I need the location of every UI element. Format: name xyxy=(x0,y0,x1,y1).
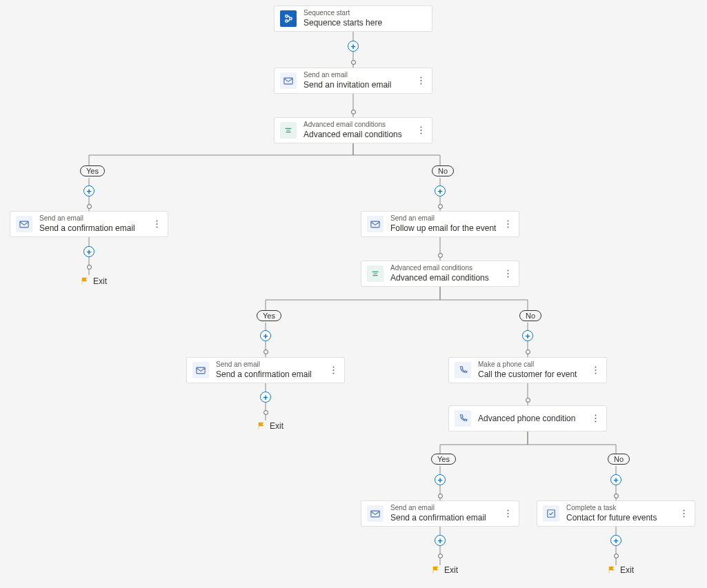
card-text: Complete a task Contact for future event… xyxy=(566,504,678,523)
connector-dot xyxy=(526,398,530,403)
advanced-phone-condition-card[interactable]: Advanced phone condition xyxy=(448,405,607,432)
svg-point-51 xyxy=(683,513,684,514)
connector-dot xyxy=(263,349,268,354)
svg-point-42 xyxy=(595,415,596,416)
add-step-button[interactable]: + xyxy=(83,185,94,196)
connector-dot xyxy=(438,494,443,498)
connector-dot xyxy=(614,554,619,558)
add-step-button[interactable]: + xyxy=(435,185,446,196)
svg-point-44 xyxy=(595,421,596,423)
svg-point-40 xyxy=(595,369,596,371)
svg-point-39 xyxy=(595,367,596,368)
svg-point-20 xyxy=(420,83,421,85)
card-more-button[interactable] xyxy=(590,362,601,378)
connector-dot xyxy=(351,110,356,114)
add-step-button[interactable]: + xyxy=(522,330,533,341)
svg-point-19 xyxy=(420,80,421,81)
card-text: Send an email Send an invitation email xyxy=(303,71,415,90)
add-step-button[interactable]: + xyxy=(260,392,271,403)
svg-rect-35 xyxy=(197,367,205,374)
add-step-button[interactable]: + xyxy=(83,246,94,257)
svg-point-26 xyxy=(156,223,157,225)
add-step-button[interactable]: + xyxy=(435,474,446,485)
email-icon xyxy=(367,216,384,232)
card-text: Send an email Send a confirmation email xyxy=(216,361,328,380)
svg-point-46 xyxy=(507,510,508,511)
connector-dot xyxy=(438,554,443,558)
email-icon xyxy=(367,505,384,522)
svg-point-21 xyxy=(420,127,421,128)
connector-dot xyxy=(263,410,268,415)
sequence-start-card[interactable]: Sequence start Sequence starts here xyxy=(274,6,432,32)
svg-point-37 xyxy=(332,369,334,371)
flag-icon xyxy=(608,566,616,574)
send-confirmation-card[interactable]: Send an email Send a confirmation email xyxy=(10,211,168,237)
card-text: Make a phone call Call the customer for … xyxy=(478,361,590,380)
branch-no-pill: No xyxy=(432,165,454,176)
card-more-button[interactable] xyxy=(415,122,426,139)
add-step-button[interactable]: + xyxy=(435,535,446,546)
branch-no-pill: No xyxy=(608,454,630,465)
card-more-button[interactable] xyxy=(678,505,689,522)
email-icon xyxy=(192,362,209,378)
svg-rect-28 xyxy=(371,221,379,227)
flag-icon xyxy=(257,422,266,430)
send-confirmation-card[interactable]: Send an email Send a confirmation email xyxy=(361,500,519,527)
card-text: Send an email Send a confirmation email xyxy=(39,214,151,234)
svg-point-15 xyxy=(286,20,288,23)
card-text: Sequence start Sequence starts here xyxy=(303,9,426,28)
make-phone-call-card[interactable]: Make a phone call Call the customer for … xyxy=(448,357,607,383)
send-confirmation-card[interactable]: Send an email Send a confirmation email xyxy=(186,357,345,383)
svg-point-47 xyxy=(507,513,508,514)
phone-icon xyxy=(455,362,471,378)
svg-point-23 xyxy=(420,133,421,134)
connector-dot xyxy=(87,204,92,209)
svg-point-18 xyxy=(420,77,421,79)
svg-point-43 xyxy=(595,418,596,419)
email-icon xyxy=(16,216,32,232)
svg-point-25 xyxy=(156,221,157,222)
connector-dot xyxy=(526,349,530,354)
card-text: Send an email Send a confirmation email xyxy=(390,504,502,523)
flag-icon xyxy=(81,277,89,285)
connector-dot xyxy=(614,494,619,498)
add-step-button[interactable]: + xyxy=(348,41,359,52)
advanced-email-conditions-card[interactable]: Advanced email conditions Advanced email… xyxy=(361,261,519,287)
connector-dot xyxy=(87,265,92,270)
svg-point-48 xyxy=(507,516,508,518)
connector-dot xyxy=(438,253,443,258)
branch-yes-pill: Yes xyxy=(80,165,105,176)
svg-point-32 xyxy=(507,270,508,272)
task-icon xyxy=(543,505,559,522)
connector-dot xyxy=(351,60,356,65)
card-more-button[interactable] xyxy=(415,72,426,89)
card-more-button[interactable] xyxy=(502,216,513,232)
svg-point-31 xyxy=(507,227,508,228)
exit-marker: Exit xyxy=(81,276,107,286)
add-step-button[interactable]: + xyxy=(610,535,621,546)
card-more-button[interactable] xyxy=(328,362,339,378)
card-text: Advanced email conditions Advanced email… xyxy=(390,264,502,283)
svg-point-22 xyxy=(420,130,421,131)
card-more-button[interactable] xyxy=(151,216,162,232)
follow-up-email-card[interactable]: Send an email Follow up email for the ev… xyxy=(361,211,519,237)
card-more-button[interactable] xyxy=(502,265,513,282)
email-icon xyxy=(280,72,297,89)
card-text: Advanced phone condition xyxy=(478,414,590,424)
add-step-button[interactable]: + xyxy=(610,474,621,485)
svg-point-33 xyxy=(507,273,508,274)
flag-icon xyxy=(432,566,440,574)
send-invitation-card[interactable]: Send an email Send an invitation email xyxy=(274,68,432,94)
branch-yes-pill: Yes xyxy=(431,454,456,465)
svg-point-34 xyxy=(507,276,508,278)
card-more-button[interactable] xyxy=(590,410,601,427)
add-step-button[interactable]: + xyxy=(260,330,271,341)
svg-point-38 xyxy=(332,373,334,374)
card-more-button[interactable] xyxy=(502,505,513,522)
advanced-email-conditions-card[interactable]: Advanced email conditions Advanced email… xyxy=(274,117,432,143)
svg-point-52 xyxy=(683,516,684,518)
complete-task-card[interactable]: Complete a task Contact for future event… xyxy=(537,500,695,527)
phone-condition-icon xyxy=(455,410,471,427)
svg-point-30 xyxy=(507,223,508,225)
svg-point-27 xyxy=(156,227,157,228)
